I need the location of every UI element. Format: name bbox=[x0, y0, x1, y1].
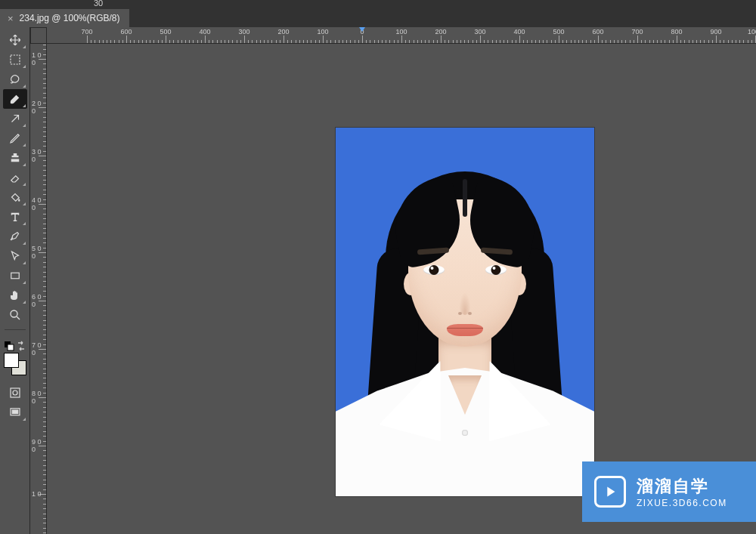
watermark-badge: 溜溜自学 ZIXUE.3D66.COM bbox=[582, 461, 756, 522]
tools-panel bbox=[0, 27, 30, 534]
ruler-horizontal[interactable]: 7006005004003002001000100200300400500600… bbox=[47, 27, 756, 44]
watermark-title: 溜溜自学 bbox=[637, 475, 727, 498]
document-tab-bar: × 234.jpg @ 100%(RGB/8) bbox=[0, 9, 756, 27]
paint-bucket-tool[interactable] bbox=[3, 187, 27, 207]
eraser-tool[interactable] bbox=[3, 168, 27, 187]
ruler-cursor-marker bbox=[359, 27, 365, 32]
default-colors-icon[interactable] bbox=[4, 341, 14, 351]
hand-tool[interactable] bbox=[3, 286, 27, 305]
svg-rect-8 bbox=[12, 410, 18, 414]
watermark-url: ZIXUE.3D66.COM bbox=[637, 498, 727, 508]
close-icon[interactable]: × bbox=[8, 13, 14, 24]
color-swatches[interactable] bbox=[4, 353, 26, 375]
document-tab[interactable]: × 234.jpg @ 100%(RGB/8) bbox=[0, 9, 129, 27]
swap-colors-icon[interactable] bbox=[16, 341, 26, 351]
svg-rect-5 bbox=[11, 388, 20, 397]
clone-stamp-tool[interactable] bbox=[3, 148, 27, 168]
pen-tool[interactable] bbox=[3, 227, 27, 246]
healing-brush-tool[interactable] bbox=[3, 109, 27, 128]
foreground-color[interactable] bbox=[4, 353, 19, 368]
path-selection-tool[interactable] bbox=[3, 246, 27, 266]
portrait-photo bbox=[336, 128, 594, 496]
svg-rect-0 bbox=[11, 55, 20, 64]
svg-point-6 bbox=[13, 390, 17, 395]
ruler-vertical[interactable]: 01 0 02 0 03 0 04 0 05 0 06 0 07 0 08 0 … bbox=[30, 44, 47, 534]
canvas-area[interactable] bbox=[47, 44, 756, 534]
type-tool[interactable] bbox=[3, 207, 27, 227]
svg-point-2 bbox=[11, 310, 17, 317]
svg-rect-1 bbox=[11, 273, 19, 279]
ruler-origin[interactable] bbox=[30, 27, 47, 44]
move-tool[interactable] bbox=[3, 30, 27, 50]
options-bar-value: 30 bbox=[94, 0, 103, 8]
screen-mode-tool[interactable] bbox=[3, 403, 27, 422]
zoom-tool[interactable] bbox=[3, 305, 27, 325]
document-tab-label: 234.jpg @ 100%(RGB/8) bbox=[20, 13, 120, 23]
options-bar: 30 bbox=[0, 0, 756, 9]
document-canvas[interactable] bbox=[336, 128, 594, 496]
play-icon bbox=[594, 476, 626, 508]
marquee-tool[interactable] bbox=[3, 50, 27, 69]
svg-rect-4 bbox=[8, 344, 14, 350]
brush-tool[interactable] bbox=[3, 89, 27, 109]
rectangle-tool[interactable] bbox=[3, 266, 27, 286]
quick-mask-tool[interactable] bbox=[3, 383, 27, 403]
lasso-tool[interactable] bbox=[3, 69, 27, 89]
pencil-tool[interactable] bbox=[3, 128, 27, 148]
